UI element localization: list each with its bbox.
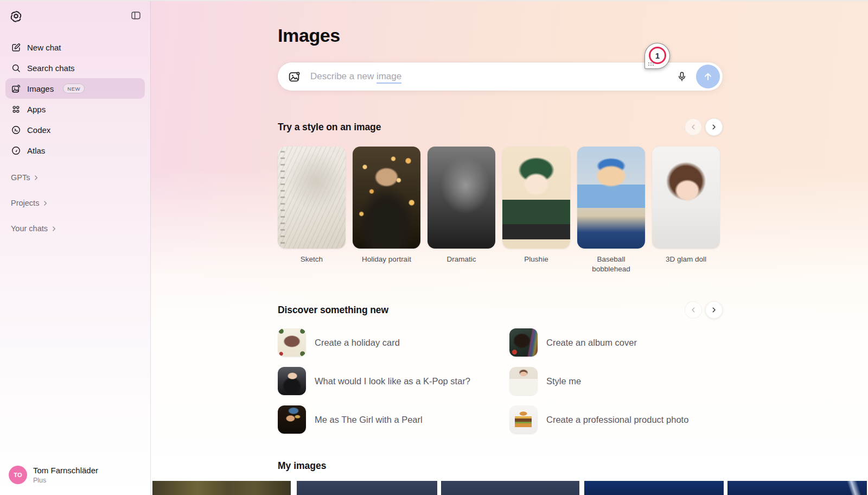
discover-thumbnail bbox=[278, 405, 306, 434]
placeholder-typing-word: image bbox=[376, 71, 401, 84]
search-icon bbox=[11, 63, 21, 73]
annotation-number: 1 bbox=[655, 51, 660, 60]
my-image-thumbnail[interactable] bbox=[727, 481, 867, 495]
atlas-icon bbox=[11, 145, 21, 156]
my-image-thumbnail[interactable] bbox=[152, 481, 291, 495]
section-label: Projects bbox=[11, 199, 39, 207]
discover-item-holiday-card[interactable]: Create a holiday card bbox=[278, 328, 509, 357]
apps-icon bbox=[11, 104, 21, 115]
discover-thumbnail bbox=[278, 328, 306, 357]
sidebar-item-label: Apps bbox=[27, 105, 46, 114]
sidebar-item-new-chat[interactable]: New chat bbox=[5, 37, 145, 58]
style-card-label: 3D glam doll bbox=[652, 255, 720, 264]
discover-item-product-photo[interactable]: Create a professional product photo bbox=[509, 405, 723, 434]
styles-next-button[interactable] bbox=[705, 118, 723, 136]
sidebar: New chat Search chats bbox=[0, 1, 151, 495]
my-image-thumbnail[interactable] bbox=[441, 481, 579, 495]
new-badge: NEW bbox=[63, 84, 85, 93]
sidebar-item-label: Search chats bbox=[27, 64, 75, 73]
discover-thumbnail bbox=[509, 367, 538, 395]
sidebar-item-label: Images bbox=[27, 84, 54, 93]
sidebar-section-your-chats[interactable]: Your chats bbox=[11, 220, 139, 237]
discover-item-kpop-star[interactable]: What would I look like as a K-Pop star? bbox=[278, 367, 509, 395]
page-title: Images bbox=[278, 25, 340, 46]
chevron-right-icon bbox=[50, 225, 58, 232]
my-image-thumbnail[interactable] bbox=[584, 481, 724, 495]
sidebar-item-label: Atlas bbox=[27, 146, 45, 155]
discover-item-girl-with-pearl[interactable]: Me as The Girl with a Pearl bbox=[278, 405, 509, 434]
sidebar-item-search-chats[interactable]: Search chats bbox=[5, 58, 145, 78]
image-add-icon bbox=[288, 70, 301, 84]
sidebar-header bbox=[0, 1, 150, 33]
account-button[interactable]: TO Tom Farnschläder Plus bbox=[0, 459, 150, 495]
avatar: TO bbox=[9, 466, 27, 484]
openai-logo-icon[interactable] bbox=[9, 10, 23, 23]
sidebar-item-codex[interactable]: Codex bbox=[5, 119, 145, 140]
my-image-thumbnail[interactable] bbox=[297, 481, 437, 495]
sidebar-section-gpts[interactable]: GPTs bbox=[11, 169, 139, 186]
images-icon bbox=[11, 84, 21, 94]
style-card-label: Sketch bbox=[278, 255, 346, 264]
main-panel: Images Describe a new image bbox=[151, 1, 868, 495]
styles-prev-button[interactable] bbox=[685, 118, 702, 136]
send-button[interactable] bbox=[696, 65, 720, 88]
style-card-label: Baseball bobblehead bbox=[577, 255, 645, 274]
discover-prev-button[interactable] bbox=[685, 301, 702, 319]
annotation-ring: 1 bbox=[649, 47, 666, 64]
discover-item-album-cover[interactable]: Create an album cover bbox=[509, 328, 723, 357]
profile-name: Tom Farnschläder bbox=[33, 466, 98, 476]
discover-next-button[interactable] bbox=[705, 301, 723, 319]
style-card-label: Holiday portrait bbox=[353, 255, 420, 264]
chevron-right-icon bbox=[33, 174, 40, 181]
sidebar-sections: GPTs Projects Your chats bbox=[0, 169, 150, 246]
sidebar-item-label: New chat bbox=[27, 43, 61, 52]
discover-thumbnail bbox=[278, 367, 306, 395]
section-label: Your chats bbox=[11, 224, 48, 233]
discover-item-style-me[interactable]: Style me bbox=[509, 367, 723, 395]
style-cards-carousel: Sketch Holiday portrait Dramatic Plushie… bbox=[278, 147, 720, 274]
sidebar-item-label: Codex bbox=[27, 125, 50, 135]
chevron-right-icon bbox=[42, 200, 49, 207]
sidebar-nav: New chat Search chats bbox=[0, 37, 150, 161]
style-card-label: Dramatic bbox=[427, 255, 495, 264]
style-card-plushie[interactable] bbox=[502, 147, 570, 249]
style-section-title: Try a style on an image bbox=[278, 122, 381, 133]
codex-icon bbox=[11, 125, 21, 135]
section-label: GPTs bbox=[11, 173, 30, 182]
style-card-sketch[interactable] bbox=[278, 147, 346, 249]
sidebar-section-projects[interactable]: Projects bbox=[11, 195, 139, 211]
compose-icon bbox=[11, 42, 21, 53]
sidebar-item-atlas[interactable]: Atlas bbox=[5, 140, 145, 161]
sidebar-toggle-icon[interactable] bbox=[130, 10, 142, 21]
discover-section-title: Discover something new bbox=[278, 304, 388, 316]
my-images-title: My images bbox=[278, 460, 326, 472]
prompt-placeholder: Describe a new image bbox=[310, 71, 676, 82]
style-card-label: Plushie bbox=[502, 255, 570, 264]
discover-thumbnail bbox=[509, 405, 538, 434]
sidebar-item-images[interactable]: Images NEW bbox=[5, 78, 145, 99]
annotation-marker-1: 1 bbox=[644, 43, 670, 69]
microphone-button[interactable] bbox=[676, 71, 688, 82]
discover-grid: Create a holiday card Create an album co… bbox=[278, 328, 723, 434]
style-card-3d-glam-doll[interactable] bbox=[652, 147, 720, 249]
style-card-holiday-portrait[interactable] bbox=[353, 147, 420, 249]
chatgpt-app: New chat Search chats bbox=[0, 0, 868, 495]
style-card-baseball-bobblehead[interactable] bbox=[577, 147, 645, 249]
sidebar-item-apps[interactable]: Apps bbox=[5, 99, 145, 119]
discover-thumbnail bbox=[509, 328, 538, 357]
profile-plan: Plus bbox=[33, 477, 98, 484]
style-card-dramatic[interactable] bbox=[427, 147, 495, 249]
